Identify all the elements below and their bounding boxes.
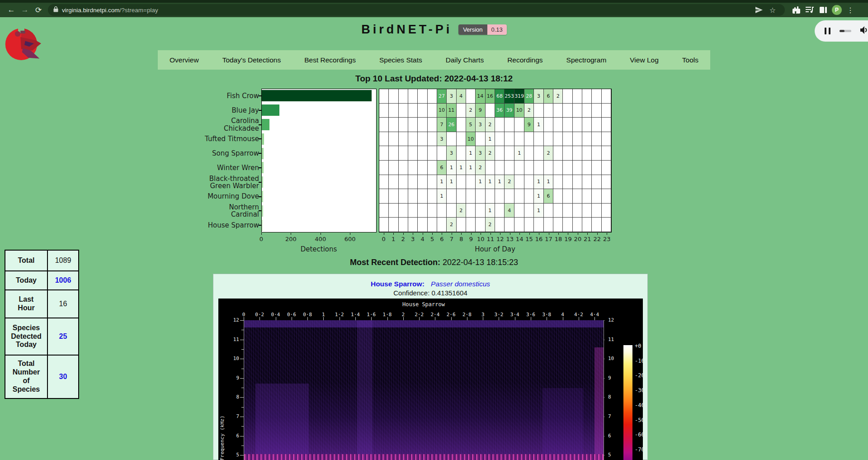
heatmap-cell [428,89,437,104]
bar-category-label: Black-throated Green Warbler [192,175,259,190]
heatmap-cell [428,146,437,161]
spectrogram-freq-label: 11 [226,337,239,342]
bar [262,176,263,188]
spectrogram-time-tick [340,317,340,320]
heatmap-cell [399,204,408,218]
heatmap-cell [418,132,427,147]
share-icon[interactable] [752,7,766,13]
heatmap-cell [592,104,601,118]
bookmark-star-icon[interactable]: ☆ [766,6,779,14]
heatmap-cell: 1 [534,175,543,190]
nav-item-recordings[interactable]: Recordings [495,56,554,64]
heatmap-cell [466,218,476,232]
audio-seek-slider[interactable] [840,30,851,32]
hour-xtick-label: 19 [564,236,572,242]
heatmap-cell [408,204,418,218]
most-recent-label: Most Recent Detection: [350,258,440,267]
side-panel-icon[interactable] [816,7,830,13]
heatmap-cell [399,104,408,118]
colorbar-tick-label: -20 [635,372,643,379]
spectrogram-time-tick [307,317,308,320]
volume-icon[interactable] [860,26,868,36]
hour-xtick-mark [432,233,433,235]
detection-common-name-link[interactable]: House Sparrow: [371,280,425,288]
heatmap-cell: 3 [447,146,456,161]
bar-xtick-label: 400 [315,236,326,242]
spectrogram-time-tick [387,317,388,320]
spectrogram-freq-label: 6 [226,433,239,439]
stats-label: Species Detected Today [5,318,47,355]
nav-item-view-log[interactable]: View Log [618,56,670,64]
stats-value[interactable]: 1006 [47,271,79,290]
bar-chart-plot [261,89,377,232]
pause-button[interactable] [825,28,830,34]
bar [262,119,269,130]
heatmap-cell: 1 [457,161,466,175]
back-icon[interactable]: ← [5,5,18,14]
hour-xtick-mark [587,233,588,235]
heatmap-cell: 3 [476,118,485,132]
heatmap-cell [524,161,534,175]
forward-icon[interactable]: → [18,5,32,14]
version-label: Version [458,24,487,35]
heatmap-cell [408,118,418,132]
hourly-heatmap-plot: 2734141668253319283621011293639102726532… [379,89,612,232]
heatmap-cell [592,89,601,104]
heatmap-cell [389,89,398,104]
reload-icon[interactable]: ⟳ [32,5,45,15]
profile-avatar[interactable]: P [830,5,844,15]
hour-xtick-mark [597,233,598,235]
nav-item-daily-charts[interactable]: Daily Charts [434,56,495,64]
spectrogram-freq-tick [240,417,244,417]
heatmap-cell [476,189,485,204]
heatmap-cell [573,218,582,232]
address-bar[interactable]: virginia.birdnetpi.com/?stream=play ☆ [48,4,785,16]
stats-value[interactable]: 30 [47,355,79,398]
heatmap-cell [553,161,563,175]
spectrogram-time-tick [451,317,452,320]
heatmap-cell [514,161,524,175]
heatmap-cell [379,175,389,190]
heatmap-cell [592,204,601,218]
heatmap-cell [573,146,582,161]
nav-item-today-s-detections[interactable]: Today's Detections [211,56,293,64]
heatmap-cell [573,161,582,175]
heatmap-cell [582,204,592,218]
nav-item-spectrogram[interactable]: Spectrogram [555,56,618,64]
heatmap-cell [495,204,505,218]
bar-xaxis-title: Detections [301,245,337,253]
heatmap-cell [476,218,485,232]
nav-item-tools[interactable]: Tools [670,56,710,64]
hour-xtick-label: 8 [459,236,463,242]
heatmap-cell [582,89,592,104]
spectrogram-time-tick [499,317,499,320]
masthead: BirdNET-Pi Version 0.13 [0,23,868,37]
heatmap-cell: 1 [486,175,495,190]
heatmap-cell [524,146,534,161]
heatmap-cell [495,132,505,147]
audio-player[interactable] [815,20,868,42]
nav-item-overview[interactable]: Overview [158,56,211,64]
heatmap-cell [437,146,447,161]
stats-label: Last Hour [5,290,47,318]
stats-row: Species Detected Today25 [5,318,79,355]
heatmap-cell [553,132,563,147]
heatmap-cell [457,218,466,232]
nav-item-species-stats[interactable]: Species Stats [368,56,434,64]
hour-xtick-label: 17 [545,236,552,242]
spectrogram-time-tick [403,317,404,320]
stats-value[interactable]: 25 [47,318,79,355]
heatmap-cell [524,218,534,232]
nav-item-best-recordings[interactable]: Best Recordings [292,56,368,64]
bar-xtick-label: 0 [259,236,263,242]
extensions-puzzle-icon[interactable] [789,6,803,14]
hour-xtick-label: 20 [574,236,582,242]
menu-icon[interactable]: ⋮ [844,6,857,14]
detection-scientific-name-link[interactable]: Passer domesticus [431,280,490,288]
bar-category-label: Winter Wren [192,161,259,175]
heatmap-cell [514,189,524,204]
bar [262,162,264,173]
playlist-icon[interactable] [803,7,816,13]
heatmap-cell [602,118,611,132]
spectrogram-freq-label: 5 [608,452,621,458]
